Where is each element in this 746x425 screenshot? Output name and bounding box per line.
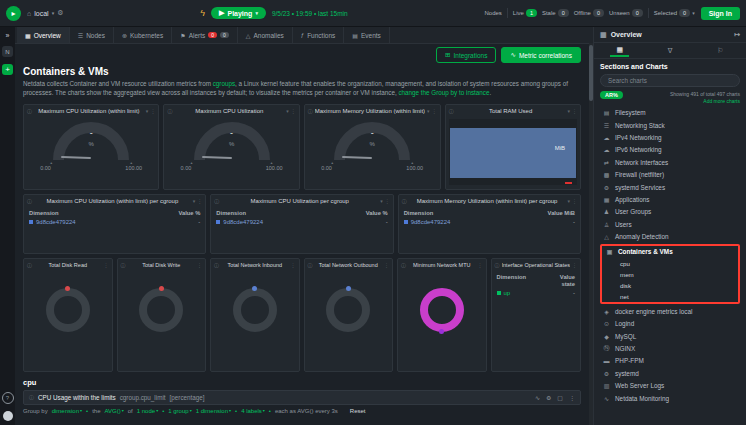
fullscreen-icon[interactable]: ▢ <box>557 394 563 401</box>
sidebar-item-network-interfaces[interactable]: ⇄Network Interfaces <box>600 156 740 168</box>
sidebar-item-users[interactable]: ♙Users <box>600 218 740 230</box>
table-row[interactable]: up - <box>495 290 577 296</box>
expand-rail-icon[interactable]: » <box>6 32 10 39</box>
chevron-down-icon[interactable]: ▾ <box>286 108 289 114</box>
sidebar-subitem-net[interactable]: net <box>603 291 737 302</box>
groupby-link[interactable]: change the Group by to instance <box>398 89 489 96</box>
tab-alerts[interactable]: ⚑ Alerts 0 0 <box>172 27 238 43</box>
chevron-down-icon[interactable]: ▾ <box>567 198 570 204</box>
nodes-stale-badge[interactable]: Stale 0 <box>542 9 569 17</box>
chart-card-max-cpu-within-limit[interactable]: ⓘ Maximum CPU Utilization (within limit)… <box>23 104 159 190</box>
donut-chart[interactable] <box>139 288 183 332</box>
gauge-chart[interactable]: - % <box>334 122 410 160</box>
more-icon[interactable]: ⋮ <box>432 108 437 114</box>
gear-icon[interactable]: ⚙ <box>57 9 63 17</box>
sidebar-item-logind[interactable]: ⊙Logind <box>600 318 740 330</box>
sidebar-item-netdata-monitoring[interactable]: ∿Netdata Monitoring <box>600 392 740 404</box>
settings-icon[interactable]: ⚙ <box>546 394 551 401</box>
gauge-chart[interactable]: - % <box>194 122 270 160</box>
sign-in-button[interactable]: Sign In <box>701 7 740 20</box>
sidebar-item-anomaly-detection[interactable]: △Anomaly Detection <box>600 230 740 242</box>
date-range-picker[interactable]: 9/5/23 • 19:59 • last 15min <box>272 10 348 17</box>
more-icon[interactable]: ⋮ <box>569 394 575 401</box>
nodes-live-badge[interactable]: Live 1 <box>513 9 537 17</box>
cgroups-link[interactable]: cgroups <box>213 80 235 87</box>
tab-anomalies[interactable]: △ Anomalies <box>238 27 293 43</box>
table-card-mem-within-limit-per-cgroup[interactable]: ⓘ Maximum Memory Utilization (within lim… <box>398 194 581 254</box>
netdata-logo-icon[interactable]: ▸ <box>6 6 21 21</box>
cpu-chart-toolbar[interactable]: ⓘ CPU Usage within the limits cgroup.cpu… <box>23 390 581 405</box>
chart-card-total-network-inbound[interactable]: ⓘ Total Network Inbound ⋮ <box>210 258 300 372</box>
nodes-unseen-badge[interactable]: Unseen 0 <box>609 9 643 17</box>
integrations-button[interactable]: ⊞ Integrations <box>436 47 496 63</box>
more-icon[interactable]: ⋮ <box>291 108 296 114</box>
sidebar-item-ipv4-networking[interactable]: ☁IPv4 Networking <box>600 131 740 143</box>
tab-events[interactable]: ▤ Events <box>344 27 390 43</box>
chevron-down-icon[interactable]: ▾ <box>146 108 149 114</box>
chart-card-total-disk-write[interactable]: ⓘ Total Disk Write ⋮ <box>117 258 207 372</box>
sidebar-item-user-groups[interactable]: ♟User Groups <box>600 206 740 218</box>
sidebar-item-systemd[interactable]: ⚙systemd <box>600 367 740 379</box>
more-icon[interactable]: ⋮ <box>478 262 483 268</box>
search-charts-input[interactable] <box>600 74 740 87</box>
scrollbar-thumb[interactable] <box>589 45 593 101</box>
space-selector[interactable]: ⌂ local ▾ ⚙ <box>27 9 63 17</box>
user-avatar[interactable] <box>3 411 13 421</box>
sidebar-item-docker-engine[interactable]: ◈docker engine metrics local <box>600 305 740 317</box>
table-row[interactable]: 9d8cde479224 - <box>402 219 577 225</box>
more-icon[interactable]: ⋮ <box>291 262 296 268</box>
sidebar-subitem-disk[interactable]: disk <box>603 280 737 291</box>
sidebar-item-containers-vms[interactable]: ▣Containers & VMs <box>603 246 737 258</box>
more-icon[interactable]: ⋮ <box>572 262 577 268</box>
sidebar-item-systemd-services[interactable]: ⚙systemd Services <box>600 181 740 193</box>
chart-card-max-cpu[interactable]: ⓘ Maximum CPU Utilization ▾ ⋮ - % ▴▴ <box>163 104 299 190</box>
labels-dropdown[interactable]: 4 labels▾ <box>241 408 265 414</box>
chart-card-total-network-outbound[interactable]: ⓘ Total Network Outbound ⋮ <box>304 258 394 372</box>
sidebar-item-applications[interactable]: ▦Applications <box>600 193 740 205</box>
nodes-dropdown[interactable]: 1 node▾ <box>137 408 158 414</box>
table-card-cpu-per-cgroup[interactable]: ⓘ Maximum CPU Utilization per cgroup ▾ ⋮… <box>210 194 393 254</box>
sidebar-item-firewall[interactable]: ▩Firewall (netfilter) <box>600 168 740 180</box>
donut-chart[interactable] <box>233 288 277 332</box>
donut-chart[interactable] <box>420 288 464 332</box>
chart-card-total-ram-used[interactable]: ⓘ Total RAM Used ▾ ⋮ MiB <box>445 104 581 190</box>
charts-tab-icon[interactable]: ▦ <box>610 44 629 57</box>
more-icon[interactable]: ⋮ <box>150 108 155 114</box>
sidebar-item-filesystem[interactable]: ▤Filesystem <box>600 107 740 119</box>
info-icon[interactable]: ⓘ <box>29 394 34 400</box>
donut-chart[interactable] <box>326 288 370 332</box>
add-space-button[interactable]: + <box>2 64 13 75</box>
gauge-chart[interactable]: - % <box>53 122 129 160</box>
chart-card-max-mem-within-limit[interactable]: ⓘ Maximum Memory Utilization (within lim… <box>304 104 441 190</box>
more-icon[interactable]: ⋮ <box>104 262 109 268</box>
reset-button[interactable]: Reset <box>350 408 366 414</box>
tab-nodes[interactable]: ☰ Nodes <box>70 27 114 43</box>
donut-chart[interactable] <box>46 288 90 332</box>
dimensions-dropdown[interactable]: 1 dimension▾ <box>196 408 231 414</box>
sidebar-item-mysql[interactable]: ◆MySQL <box>600 330 740 342</box>
chart-type-icon[interactable]: ∿ <box>535 394 540 401</box>
more-icon[interactable]: ⋮ <box>385 198 390 204</box>
metric-correlations-button[interactable]: ∿ Metric correlations <box>501 47 581 63</box>
table-card-interface-operational-states[interactable]: ⓘ Interface Operational States ⋮ Dimensi… <box>491 258 581 372</box>
selected-nodes-dropdown[interactable]: Selected 0 ▾ <box>654 9 695 17</box>
alerts-tab-icon[interactable]: ⚐ <box>711 45 729 57</box>
tab-overview[interactable]: ▦ Overview <box>17 27 70 43</box>
more-icon[interactable]: ⋮ <box>572 108 577 114</box>
news-bolt-icon[interactable]: ϟ <box>200 8 205 18</box>
area-chart[interactable]: MiB <box>449 119 577 185</box>
sidebar-subitem-cpu[interactable]: cpu <box>603 258 737 269</box>
chevron-down-icon[interactable]: ▾ <box>193 198 196 204</box>
chart-card-minimum-network-mtu[interactable]: ⓘ Minimum Network MTU ⋮ <box>397 258 487 372</box>
sidebar-item-nginx[interactable]: ⓃNGINX <box>600 342 740 354</box>
chevron-down-icon[interactable]: ▾ <box>427 108 430 114</box>
sidebar-subitem-mem[interactable]: mem <box>603 269 737 280</box>
help-button[interactable]: ? <box>2 392 14 404</box>
sidebar-item-php-fpm[interactable]: ▬PHP-FPM <box>600 355 740 367</box>
space-avatar[interactable]: N <box>2 46 13 57</box>
chevron-down-icon[interactable]: ▾ <box>380 198 383 204</box>
more-icon[interactable]: ⋮ <box>197 262 202 268</box>
filter-tab-icon[interactable]: ∇ <box>662 45 679 57</box>
aggregation-dropdown[interactable]: AVG()▾ <box>105 408 124 414</box>
chart-card-total-disk-read[interactable]: ⓘ Total Disk Read ⋮ <box>23 258 113 372</box>
